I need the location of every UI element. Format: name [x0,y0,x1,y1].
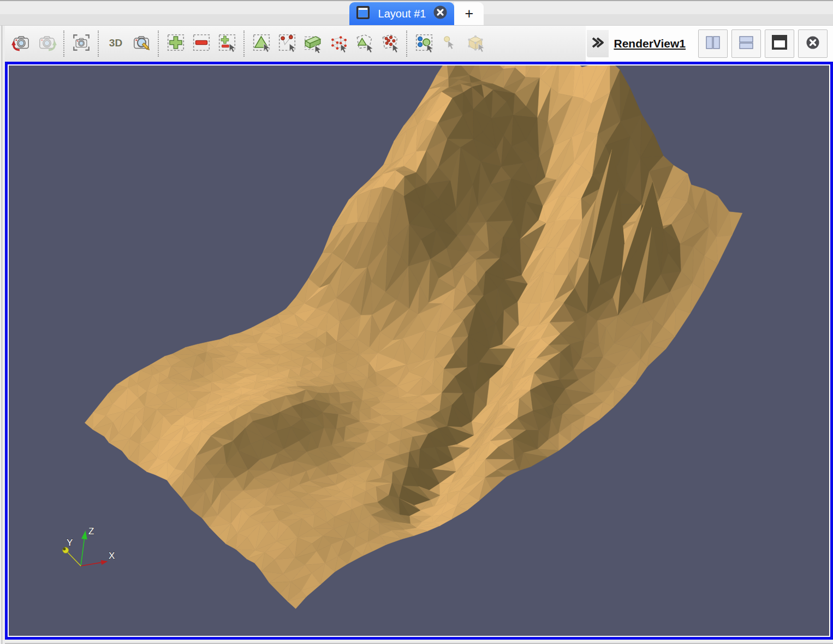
toolbar-separator [98,31,99,57]
close-icon[interactable] [433,5,448,22]
select-cells-polygon-icon [354,32,374,55]
toolbar-separator [406,31,407,57]
toolbar-group [248,30,402,57]
close-view-icon [803,33,823,55]
toolbar-separator [243,31,245,57]
render-3d-icon: 3D [105,32,126,55]
select-cells-on-icon [251,32,272,55]
select-points-through-icon [328,32,349,55]
selection-subtract-button[interactable] [188,30,214,57]
toolbar-expander-button[interactable] [587,30,609,57]
split-horizontal-icon [703,33,723,55]
split-vertical-view-button[interactable] [731,29,761,58]
z-axis-label: Z [88,526,94,536]
select-points-through-button[interactable] [325,30,351,57]
camera-redo-icon [37,32,57,55]
left-panel-edge [0,26,5,644]
toolbar-group [411,30,488,57]
interactive-select-cells-button[interactable] [411,30,437,57]
split-vertical-icon [736,33,756,55]
selection-add-button[interactable] [163,30,188,57]
new-tab-button[interactable]: + [454,2,484,25]
terrain-mesh [85,65,742,609]
toolbar-group: 3D [103,30,154,57]
tab-label: Layout #1 [376,8,429,20]
camera-redo-button [34,30,59,57]
orientation-axes-widget: Z X Y [63,526,115,566]
camera-undo-button[interactable] [8,30,34,57]
chevrons-right-icon [591,35,605,52]
toolbar-group [163,30,240,57]
select-cells-polygon-button[interactable] [351,30,377,57]
render-3d-label: 3D [109,37,122,49]
render-3d-button[interactable]: 3D [103,30,128,57]
close-view-button[interactable] [798,29,828,58]
maximize-icon [770,33,789,55]
selection-subtract-icon [191,32,212,55]
y-axis-label: Y [67,538,73,548]
select-points-polygon-icon [379,32,400,55]
camera-screenshot-icon [71,32,92,55]
toolbar-group [68,30,94,57]
bottom-window-edge [5,640,833,644]
select-cells-on-button[interactable] [248,30,274,57]
select-points-on-button[interactable] [274,30,300,57]
tab-strip: Layout #1 + [0,4,833,25]
box-selection-button [462,30,488,57]
active-view-frame: Z X Y [5,62,833,640]
camera-zoom-edit-button[interactable] [128,30,154,57]
toolbar-group [8,30,59,57]
maximize-view-button[interactable] [765,29,794,58]
selection-add-icon [165,32,186,55]
tab-layout-1[interactable]: Layout #1 [349,2,455,25]
camera-screenshot-button[interactable] [68,30,94,57]
split-horizontal-view-button[interactable] [698,29,728,58]
camera-undo-icon [11,32,32,55]
toolbar-groups: 3D [8,30,488,57]
render-viewport[interactable]: Z X Y [9,65,829,636]
x-axis-label: X [109,551,115,561]
layout-window-icon [355,4,371,23]
select-cells-through-icon [302,32,323,55]
tab-bar: Layout #1 + [0,0,833,26]
box-selection-icon [465,32,486,55]
selection-toggle-icon [217,32,237,55]
toolbar-separator [63,31,64,57]
view-title[interactable]: RenderView1 [614,37,686,50]
hover-points-button [437,30,462,57]
select-points-polygon-button[interactable] [377,30,402,57]
view-header: RenderView1 [586,26,833,62]
select-points-on-icon [277,32,297,55]
interactive-select-cells-icon [414,32,435,55]
toolbar: 3D RenderView1 [5,26,833,62]
hover-points-icon [439,32,460,55]
toolbar-separator [158,31,159,57]
camera-zoom-edit-icon [131,32,152,55]
select-cells-through-button[interactable] [300,30,325,57]
selection-toggle-button[interactable] [214,30,240,57]
